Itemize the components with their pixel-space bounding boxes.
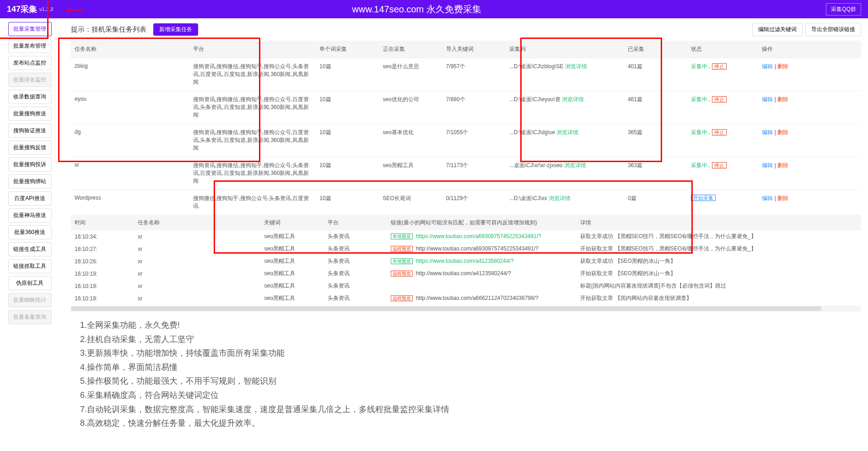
log-detail: 标题[国内网站内容篡改现状调查]不包含【必须包含词】跳过 [577,280,861,292]
sidebar-item-0[interactable]: 批量采集管理 [8,22,52,36]
edit-link[interactable]: 编辑 [762,96,773,103]
sidebar-item-5[interactable]: 批量搜狗推送 [8,107,52,121]
task-count: 10篇 [316,91,379,124]
log-task: xr [134,243,260,255]
preview-badge[interactable]: 远程预览 [391,271,413,277]
browse-link[interactable]: 浏览详情 [549,195,571,201]
log-row: 16:10:19:xrseo黑帽工具头条资讯远程预览 http://www.to… [71,292,861,304]
task-count: 10篇 [316,157,379,190]
log-row: 16:10:27:xrseo黑帽工具头条资讯远程预览 http://www.to… [71,243,861,255]
task-name: eyou [71,91,189,124]
preview-badge[interactable]: 远程预览 [391,295,413,301]
sidebar-item-6[interactable]: 搜狗验证推送 [8,124,52,138]
log-detail: 获取文章成功 【SEO黑帽的冰山一角】 [577,255,861,267]
stop-button[interactable]: 停止 [712,162,727,168]
qq-group-button[interactable]: 采集QQ群 [826,3,861,16]
browse-link[interactable]: 浏览详情 [564,162,586,168]
task-name: dg [71,124,189,157]
log-time: 16:10:27: [71,243,134,255]
sidebar-item-9[interactable]: 批量搜狗绑站 [8,174,52,189]
browse-link[interactable]: 浏览详情 [562,96,584,103]
browse-link[interactable]: 浏览详情 [556,129,578,136]
delete-link[interactable]: 删除 [777,195,788,201]
log-keyword: seo黑帽工具 [260,280,323,292]
browse-link[interactable]: 浏览详情 [565,63,587,70]
log-url[interactable]: https://www.toutiao.com/a4123580244/? [416,258,513,264]
task-current: SEO长尾词 [379,190,442,215]
task-name: zblog [71,58,189,91]
sidebar-item-15[interactable]: 伪原创工具 [8,276,52,290]
toolbar-hint: 提示：挂机采集任务列表 [71,25,146,34]
stop-button[interactable]: 停止 [712,63,727,70]
task-imported: 7/957个 [442,58,506,91]
header-title: www.147seo.com 永久免费采集 [7,3,826,16]
delete-link[interactable]: 删除 [777,63,788,70]
edit-link[interactable]: 编辑 [762,129,773,136]
task-row: eyou搜狗资讯,搜狗微信,搜狗知乎,搜狗公众号,百度资讯,头条资讯,百度知道,… [71,91,861,124]
sidebar-item-10[interactable]: 百度API推送 [8,191,52,206]
delete-link[interactable]: 删除 [777,162,788,168]
log-row: 16:10:26:xrseo黑帽工具头条资讯本地预览 https://www.t… [71,255,861,267]
sidebar-item-4[interactable]: 收录数据查询 [8,90,52,104]
task-path: ...D:\桌面\CJ\zblog\SE 浏览详情 [506,58,624,91]
start-button[interactable]: 开始采集 [691,195,716,201]
stop-button[interactable]: 停止 [712,96,727,103]
task-imported: 0/1129个 [442,190,506,215]
feature-item: 1.全网采集功能，永久免费! [80,318,861,332]
feature-item: 3.更新频率快，功能增加快，持续覆盖市面所有采集功能 [80,346,861,360]
preview-badge[interactable]: 本地预览 [391,258,413,264]
filter-keyword-button[interactable]: 编辑过滤关键词 [752,23,803,36]
task-platform: 搜狗资讯,搜狗微信,搜狗知乎,搜狗公众号,百度资讯,头条资讯,百度知道,新浪新闻… [189,91,316,124]
task-header: 单个词采集 [316,41,379,58]
task-path: ...D:\桌面\CJ\dg\se 浏览详情 [506,124,624,157]
log-url[interactable]: http://www.toutiao.com/a6662112470234038… [416,295,539,301]
sidebar-item-8[interactable]: 批量搜狗投诉 [8,158,52,172]
sidebar-item-14[interactable]: 链接抓取工具 [8,259,52,273]
log-platform: 头条资讯 [324,255,387,267]
delete-link[interactable]: 删除 [777,129,788,136]
task-imported: 7/1173个 [442,157,506,190]
horizontal-scrollbar[interactable] [71,306,861,311]
log-url[interactable]: http://www.toutiao.com/a4123580244/? [416,270,511,277]
log-url[interactable]: http://www.toutiao.com/a6930975745225343… [416,245,539,252]
log-url[interactable]: https://www.toutiao.com/a693097574522534… [416,233,541,239]
task-header: 操作 [758,41,861,58]
delete-link[interactable]: 删除 [777,96,788,103]
preview-badge[interactable]: 远程预览 [391,246,413,252]
edit-link[interactable]: 编辑 [762,195,773,201]
log-keyword: seo黑帽工具 [260,292,323,304]
task-row: dg搜狗资讯,搜狗微信,搜狗知乎,搜狗公众号,百度资讯,头条资讯,百度知道,新浪… [71,124,861,157]
sidebar-item-11[interactable]: 批量神马推送 [8,208,52,223]
log-time: 16:10:19: [71,292,134,304]
edit-link[interactable]: 编辑 [762,162,773,168]
log-keyword: seo黑帽工具 [260,230,323,243]
task-header: 状态 [687,41,758,58]
log-task: xr [134,255,260,267]
stop-button[interactable]: 停止 [712,129,727,136]
sidebar-item-7[interactable]: 批量搜狗反馈 [8,141,52,155]
task-status: 采集中..停止 [687,58,758,91]
log-task: xr [134,230,260,243]
log-task: xr [134,280,260,292]
task-platform: 搜狗微信,搜狗知乎,搜狗公众号,头条资讯,百度资讯 [189,190,316,215]
sidebar-item-1[interactable]: 批量发布管理 [8,39,52,53]
log-keyword: seo黑帽工具 [260,243,323,255]
task-name: Wordpress [71,190,189,215]
task-status: 采集中..停止 [687,157,758,190]
log-table: 时间任务名称关键词平台链接(最小的网站可能没有匹配，如需要可群内反馈增加规则)详… [71,215,861,304]
export-error-button[interactable]: 导出全部错误链接 [805,23,861,36]
log-task: xr [134,267,260,280]
preview-badge[interactable]: 本地预览 [391,234,413,239]
edit-link[interactable]: 编辑 [762,63,773,70]
sidebar-item-2[interactable]: 发布站点监控 [8,56,52,70]
log-header: 任务名称 [134,215,260,230]
task-current: seo基本优化 [379,124,442,157]
task-header: 任务名称 [71,41,189,58]
task-imported: 7/1055个 [442,124,506,157]
task-status: 开始采集 [687,190,758,215]
sidebar-item-13[interactable]: 链接生成工具 [8,242,52,256]
new-task-button[interactable]: 新增采集任务 [153,23,198,36]
sidebar-item-12[interactable]: 批量360推送 [8,225,52,239]
log-platform: 头条资讯 [324,280,387,292]
log-platform: 头条资讯 [324,267,387,280]
